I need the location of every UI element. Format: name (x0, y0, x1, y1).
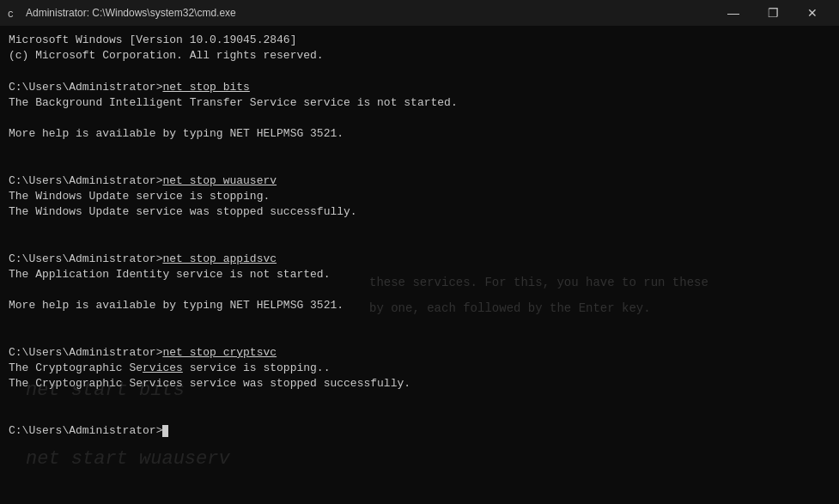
output-line-8: More help is available by typing NET HEL… (9, 298, 830, 313)
blank-3 (9, 142, 830, 157)
blank-8 (9, 313, 830, 329)
svg-text:C: C (8, 9, 14, 20)
title-bar-left: C Administrator: C:\Windows\system32\cmd… (7, 6, 236, 20)
maximize-button[interactable]: ❐ (753, 0, 793, 26)
terminal-area[interactable]: Microsoft Windows [Version 10.0.19045.28… (0, 26, 839, 504)
prompt-user-3: C:\Users\Administrator> (9, 252, 162, 265)
prompt-line-4: C:\Users\Administrator>net stop cryptsvc (9, 345, 830, 361)
blank-4 (9, 158, 830, 173)
output-line-5: The Windows Update service is stopping. (9, 189, 830, 204)
output-line-9: The Cryptographic Services service is st… (9, 361, 830, 376)
cmd-3: net stop appidsvc (162, 252, 277, 265)
blank-6 (9, 235, 830, 251)
window-controls: — ❐ ✕ (714, 0, 832, 26)
cmd-1: net stop bits (162, 81, 249, 94)
prompt-line-3: C:\Users\Administrator>net stop appidsvc (9, 252, 830, 267)
output-line-4: More help is available by typing NET HEL… (9, 126, 830, 142)
blank-9 (9, 330, 830, 345)
blank-5 (9, 220, 830, 235)
prompt-user-1: C:\Users\Administrator> (9, 81, 162, 94)
blank-10 (9, 392, 830, 407)
prompt-user-4: C:\Users\Administrator> (9, 346, 162, 359)
output-line-1: Microsoft Windows [Version 10.0.19045.28… (9, 33, 830, 48)
output-line-7: The Application Identity service is not … (9, 267, 830, 282)
title-bar: C Administrator: C:\Windows\system32\cmd… (0, 0, 839, 26)
cmd-4: net stop cryptsvc (162, 346, 277, 359)
prompt-user-5: C:\Users\Administrator> (9, 424, 162, 437)
output-line-3: The Background Intelligent Transfer Serv… (9, 95, 830, 111)
prompt-user-2: C:\Users\Administrator> (9, 174, 162, 187)
blank-1 (9, 64, 830, 79)
prompt-line-1: C:\Users\Administrator>net stop bits (9, 80, 830, 95)
close-button[interactable]: ✕ (793, 0, 832, 26)
cmd-2: net stop wuauserv (162, 174, 277, 187)
prompt-line-2: C:\Users\Administrator>net stop wuauserv (9, 173, 830, 189)
overlay-net-start-wuauserv: net start wuauserv (26, 446, 230, 473)
cmd-icon: C (7, 6, 21, 20)
output-line-10: The Cryptographic Services service was s… (9, 376, 830, 392)
output-line-2: (c) Microsoft Corporation. All rights re… (9, 48, 830, 64)
prompt-line-5: C:\Users\Administrator> (9, 423, 830, 439)
blank-11 (9, 408, 830, 423)
cursor (162, 425, 168, 437)
window-title: Administrator: C:\Windows\system32\cmd.e… (26, 7, 236, 19)
blank-2 (9, 111, 830, 126)
window: C Administrator: C:\Windows\system32\cmd… (0, 0, 839, 504)
blank-7 (9, 282, 830, 298)
minimize-button[interactable]: — (714, 0, 753, 26)
output-line-6: The Windows Update service was stopped s… (9, 204, 830, 220)
